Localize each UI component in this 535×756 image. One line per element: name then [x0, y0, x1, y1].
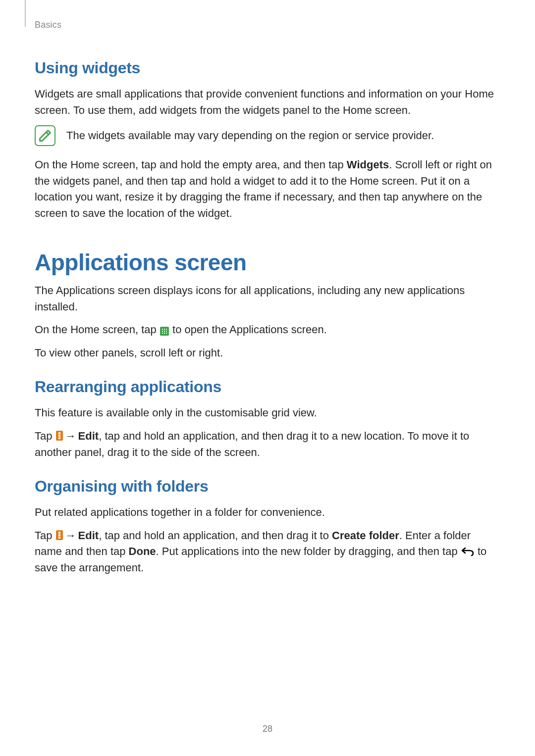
heading-organising: Organising with folders	[35, 477, 500, 496]
widgets-instructions: On the Home screen, tap and hold the emp…	[35, 157, 500, 221]
page-number: 28	[0, 724, 535, 734]
apps-intro-text: The Applications screen displays icons f…	[35, 283, 500, 315]
heading-applications-screen: Applications screen	[35, 249, 500, 276]
edit-label: Edit	[78, 529, 99, 542]
rearr-note: This feature is available only in the cu…	[35, 405, 500, 421]
page-content: Basics Using widgets Widgets are small a…	[0, 0, 535, 576]
apps-open-instruction: On the Home screen, tap to open the Appl…	[35, 322, 500, 338]
note-icon	[35, 125, 55, 146]
org-intro: Put related applications together in a f…	[35, 504, 500, 521]
note-text: The widgets available may vary depending…	[66, 128, 434, 144]
breadcrumb: Basics	[35, 20, 500, 30]
text-fragment: Tap	[35, 529, 55, 542]
heading-rearranging: Rearranging applications	[35, 378, 500, 396]
text-fragment: , tap and hold an application, and then …	[35, 430, 469, 458]
arrow-icon: →	[65, 529, 76, 542]
widgets-intro-text: Widgets are small applications that prov…	[35, 86, 500, 118]
rearr-instruction: Tap →Edit, tap and hold an application, …	[35, 428, 500, 460]
text-fragment: . Put applications into the new folder b…	[156, 545, 461, 557]
note-callout: The widgets available may vary depending…	[35, 125, 500, 146]
text-fragment: , tap and hold an application, and then …	[99, 529, 332, 542]
text-fragment: On the Home screen, tap	[35, 323, 160, 336]
create-folder-label: Create folder	[332, 529, 399, 542]
text-fragment: to open the Applications screen.	[169, 323, 327, 336]
done-label: Done	[129, 545, 156, 557]
text-fragment: On the Home screen, tap and hold the emp…	[35, 158, 347, 171]
edit-label: Edit	[78, 430, 99, 442]
heading-using-widgets: Using widgets	[35, 59, 500, 77]
arrow-icon: →	[65, 430, 76, 442]
menu-dots-icon	[56, 431, 63, 441]
apps-scroll-instruction: To view other panels, scroll left or rig…	[35, 345, 500, 361]
menu-dots-icon	[56, 530, 63, 540]
widgets-bold-label: Widgets	[347, 158, 389, 171]
back-icon	[461, 546, 475, 557]
apps-grid-icon	[160, 327, 169, 336]
text-fragment: Tap	[35, 430, 55, 442]
header-divider	[25, 0, 26, 27]
org-instruction: Tap →Edit, tap and hold an application, …	[35, 528, 500, 576]
